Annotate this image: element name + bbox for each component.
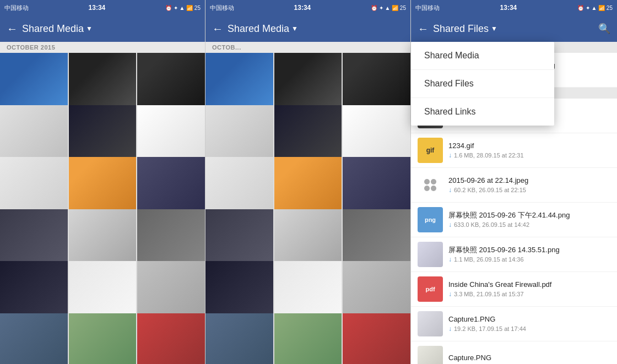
photo-cell-17[interactable]: 8 GB — 15 小时 3... 79 GB — 正在计 (343, 313, 410, 365)
panel-2-inner: 中国移动 13:34 ⏰ ✦ ▲ 📶 25 ← Shared Media ▼ O… (205, 0, 411, 364)
back-button-2[interactable]: ← (212, 23, 223, 35)
file-info: 屏幕快照 2015-09-26 14.35.51.png↓1.1 MB, 26.… (448, 246, 610, 264)
file-name: Capture.PNG (448, 354, 610, 363)
file-info: 1234.gif↓1.6 MB, 28.09.15 at 22:31 (448, 142, 610, 160)
time-1: 13:34 (89, 4, 106, 12)
file-thumb-img (418, 346, 443, 364)
dropdown-menu: Shared MediaShared FilesShared Links (411, 42, 554, 126)
file-size-date: 1.1 MB, 26.09.15 at 14:36 (454, 256, 524, 263)
page-title-3: Shared Files ▼ (433, 23, 594, 35)
file-name: 2015-09-26 at 22.14.jpeg (448, 176, 610, 186)
download-icon: ↓ (448, 151, 452, 159)
file-thumb-img (418, 311, 443, 336)
carrier-3: 中国移动 (415, 4, 440, 12)
photo-cell-17[interactable]: 8 GB — 15 小时 3... 79 GB — 正在计 (137, 313, 205, 365)
dropdown-arrow-3[interactable]: ▼ (491, 25, 497, 32)
file-name: 屏幕快照 2015-09-26 下午2.41.44.png (448, 211, 610, 220)
status-icons-2: ⏰ ✦ ▲ 📶 25 (371, 5, 406, 11)
title-wrapper-3: Shared Files ▼ (433, 23, 594, 35)
file-meta: ↓633.0 KB, 26.09.15 at 14:42 (448, 221, 610, 229)
download-icon: ↓ (448, 186, 452, 194)
file-size-date: 19.2 KB, 17.09.15 at 17:44 (454, 325, 526, 332)
page-title-1: Shared Media ▼ (22, 23, 198, 35)
file-size-date: 3.3 MB, 21.09.15 at 15:37 (454, 291, 524, 297)
carrier-2: 中国移动 (210, 4, 234, 12)
title-wrapper-1: Shared Media ▼ (22, 23, 198, 35)
file-name: 屏幕快照 2015-09-26 14.35.51.png (448, 246, 610, 255)
top-bar-2: ← Shared Media ▼ (205, 15, 410, 42)
dropdown-item-shared-links[interactable]: Shared Links (411, 98, 554, 126)
file-thumb-gif: gif (418, 138, 443, 163)
photo-cell-15[interactable] (205, 313, 273, 365)
file-thumb-dots (418, 172, 443, 198)
file-thumb-png: png (418, 207, 443, 232)
download-icon: ↓ (448, 256, 452, 263)
file-size-date: 1.6 MB, 28.09.15 at 22:31 (454, 152, 524, 159)
file-size-date: 60.2 KB, 26.09.15 at 22:15 (454, 187, 526, 193)
file-info: Capture.PNG (448, 354, 610, 364)
file-info: Capture1.PNG↓19.2 KB, 17.09.15 at 17:44 (448, 315, 610, 333)
file-meta: ↓1.6 MB, 28.09.15 at 22:31 (448, 151, 610, 159)
dropdown-item-shared-files[interactable]: Shared Files (411, 70, 554, 98)
panel-shared-media-dropdown: 中国移动 13:34 ⏰ ✦ ▲ 📶 25 ← Shared Media ▼ O… (205, 0, 411, 364)
download-icon: ↓ (448, 290, 452, 298)
photo-grid-2: 共 6.08 GB1.79 GB — 3 分钟OS X El Capitan'失… (205, 53, 410, 364)
file-info: 屏幕快照 2015-09-26 下午2.41.44.png↓633.0 KB, … (448, 211, 610, 229)
download-icon: ↓ (448, 221, 452, 229)
file-meta: ↓60.2 KB, 26.09.15 at 22:15 (448, 186, 610, 194)
file-info: Inside China's Great Firewall.pdf↓3.3 MB… (448, 280, 610, 298)
back-button-1[interactable]: ← (7, 23, 18, 35)
page-title-2: Shared Media ▼ (228, 23, 404, 35)
file-meta: ↓3.3 MB, 21.09.15 at 15:37 (448, 290, 610, 298)
top-bar-1: ← Shared Media ▼ (0, 15, 205, 42)
file-item[interactable]: 2015-09-26 at 22.14.jpeg↓60.2 KB, 26.09.… (411, 168, 617, 203)
photo-grid-1: 共 6.08 GB1.79 GB — 3 分钟OS X El Capitan'失… (0, 53, 205, 364)
file-thumb-pdf: pdf (418, 276, 443, 302)
photo-cell-15[interactable] (0, 313, 68, 365)
file-item[interactable]: pdfInside China's Great Firewall.pdf↓3.3… (411, 272, 617, 307)
time-2: 13:34 (294, 4, 311, 12)
photo-cell-16[interactable] (274, 313, 342, 365)
search-icon-3[interactable]: 🔍 (598, 23, 610, 35)
file-thumb-img (418, 242, 443, 267)
back-button-3[interactable]: ← (418, 23, 429, 35)
file-info: 2015-09-26 at 22.14.jpeg↓60.2 KB, 26.09.… (448, 176, 610, 194)
file-name: Capture1.PNG (448, 315, 610, 324)
status-icons-3: ⏰ ✦ ▲ 📶 25 (577, 5, 613, 11)
download-icon: ↓ (448, 325, 452, 333)
status-bar-3: 中国移动 13:34 ⏰ ✦ ▲ 📶 25 (411, 0, 617, 15)
file-meta: ↓19.2 KB, 17.09.15 at 17:44 (448, 325, 610, 333)
carrier-1: 中国移动 (4, 4, 29, 12)
status-bar-1: 中国移动 13:34 ⏰ ✦ ▲ 📶 25 (0, 0, 205, 15)
section-header-oct-1: OCTOBER 2015 (0, 42, 205, 53)
top-bar-3: ← Shared Files ▼ 🔍 (411, 15, 617, 42)
file-item[interactable]: gif1234.gif↓1.6 MB, 28.09.15 at 22:31 (411, 133, 617, 168)
file-item[interactable]: png屏幕快照 2015-09-26 下午2.41.44.png↓633.0 K… (411, 203, 617, 237)
file-item[interactable]: 屏幕快照 2015-09-26 14.35.51.png↓1.1 MB, 26.… (411, 237, 617, 272)
file-name: Inside China's Great Firewall.pdf (448, 280, 610, 290)
status-icons-1: ⏰ ✦ ▲ 📶 25 (165, 5, 201, 11)
photo-cell-16[interactable] (69, 313, 137, 365)
status-bar-2: 中国移动 13:34 ⏰ ✦ ▲ 📶 25 (205, 0, 410, 15)
dropdown-arrow-2[interactable]: ▼ (291, 25, 298, 32)
file-name: 1234.gif (448, 142, 610, 151)
dropdown-arrow-1[interactable]: ▼ (86, 25, 93, 32)
title-wrapper-2: Shared Media ▼ (228, 23, 404, 35)
file-meta: ↓1.1 MB, 26.09.15 at 14:36 (448, 256, 610, 263)
section-header-oct-2: OCTOB... (205, 42, 410, 53)
file-item[interactable]: Capture.PNG (411, 341, 617, 364)
panel-shared-media: 中国移动 13:34 ⏰ ✦ ▲ 📶 25 ← Shared Media ▼ O… (0, 0, 205, 364)
file-size-date: 633.0 KB, 26.09.15 at 14:42 (454, 221, 529, 228)
file-item[interactable]: Capture1.PNG↓19.2 KB, 17.09.15 at 17:44 (411, 307, 617, 341)
dropdown-item-shared-media[interactable]: Shared Media (411, 42, 554, 70)
time-3: 13:34 (500, 4, 517, 12)
